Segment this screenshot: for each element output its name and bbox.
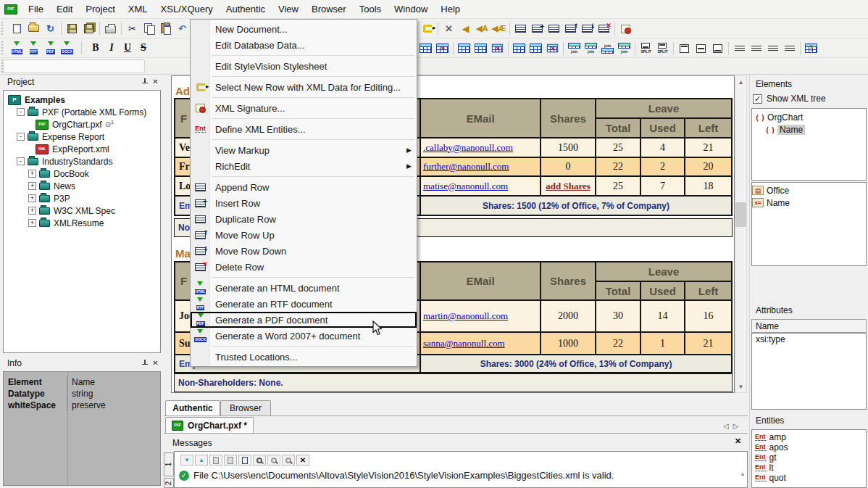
- close-icon[interactable]: ✕: [151, 77, 160, 86]
- insert-attribute-name[interactable]: Name: [752, 197, 866, 209]
- paste-icon[interactable]: [157, 21, 174, 36]
- copy-icon[interactable]: [141, 21, 157, 36]
- menu-item-move-row-down[interactable]: Move Row Down: [191, 243, 417, 259]
- underline-icon[interactable]: U: [120, 41, 135, 55]
- generate-html-icon[interactable]: HTML: [9, 41, 25, 56]
- show-markup-icon[interactable]: ◀Æ: [491, 21, 507, 36]
- menu-item-xml-signature[interactable]: XML Signature...: [191, 100, 417, 116]
- generate-pdf-icon[interactable]: PDF: [42, 41, 59, 56]
- menu-item-define-xml-entities[interactable]: EntDefine XML Entities...: [191, 121, 417, 137]
- cell-left[interactable]: 21: [685, 138, 732, 157]
- menu-browser[interactable]: Browser: [305, 1, 353, 17]
- document-tab-orgchart[interactable]: PXF OrgChart.pxf *: [165, 417, 254, 433]
- insert-column-icon[interactable]: [527, 41, 544, 56]
- align-top-icon[interactable]: [676, 41, 693, 56]
- project-tree-item-xmlresume[interactable]: + XMLResume: [4, 217, 160, 229]
- cell-email[interactable]: sanna@nanonull.com: [420, 332, 541, 355]
- move-row-down-icon[interactable]: [579, 21, 596, 36]
- messages-close-icon[interactable]: ✕: [735, 437, 741, 446]
- project-tree-item-w3c-xml-spec[interactable]: + W3C XML Spec: [4, 204, 160, 217]
- scroll-down-icon[interactable]: ▼: [735, 381, 746, 392]
- cell-total[interactable]: 22: [596, 157, 640, 176]
- cell-email[interactable]: further@nanonull.com: [420, 157, 541, 176]
- cell-total[interactable]: 25: [596, 138, 640, 157]
- cell-shares[interactable]: 0: [541, 157, 596, 176]
- messages-side-tab-2[interactable]: 2: [164, 478, 174, 488]
- scroll-up-icon[interactable]: ▲: [740, 471, 746, 477]
- menu-xsl-xquery[interactable]: XSL/XQuery: [154, 1, 220, 17]
- project-tree-item-examples[interactable]: P Examples: [4, 94, 160, 106]
- project-tree-item-orgchart[interactable]: PXF OrgChart.pxf ⊙: [4, 118, 160, 131]
- save-all-icon[interactable]: [80, 21, 97, 36]
- cell-left[interactable]: 18: [685, 176, 732, 196]
- copy-filtered-messages-icon[interactable]: [238, 455, 251, 466]
- cell-shares[interactable]: 1500: [541, 138, 596, 157]
- bold-icon[interactable]: B: [88, 41, 104, 55]
- join-left-icon[interactable]: join: [566, 41, 583, 56]
- project-tree-item-docbook[interactable]: + DocBook: [4, 168, 160, 180]
- collapse-icon[interactable]: -: [17, 133, 25, 141]
- find-icon[interactable]: [253, 455, 266, 466]
- cell-total[interactable]: 25: [596, 176, 640, 196]
- cell-email[interactable]: martin@nanonull.com: [420, 300, 541, 332]
- pin-icon[interactable]: [140, 77, 149, 86]
- insert-row-icon[interactable]: [529, 21, 546, 36]
- delete-column-icon[interactable]: [544, 41, 561, 56]
- split-vertically-icon[interactable]: SPLIT: [654, 41, 671, 56]
- find-next-icon[interactable]: [282, 455, 295, 466]
- new-document-icon[interactable]: [9, 21, 25, 36]
- undo-icon[interactable]: ↶: [174, 21, 191, 36]
- save-icon[interactable]: [64, 21, 80, 36]
- align-center-icon[interactable]: [748, 41, 764, 56]
- tab-browser[interactable]: Browser: [220, 400, 271, 415]
- project-tree-item-news[interactable]: + News: [4, 180, 160, 192]
- collapse-icon[interactable]: -: [17, 108, 25, 116]
- menu-item-view-markup[interactable]: View Markup▶: [191, 142, 417, 158]
- cell-used[interactable]: 14: [640, 300, 685, 332]
- menu-item-insert-row[interactable]: Insert Row: [191, 195, 417, 211]
- collapse-icon[interactable]: -: [17, 157, 25, 165]
- cell-left[interactable]: 20: [685, 157, 732, 176]
- expand-icon[interactable]: +: [28, 207, 36, 215]
- previous-element-icon[interactable]: ◀: [457, 21, 474, 36]
- clear-messages-icon[interactable]: [296, 455, 309, 466]
- menu-item-delete-row[interactable]: Delete Row: [191, 259, 417, 275]
- cell-used[interactable]: 2: [640, 157, 685, 176]
- join-right-icon[interactable]: join: [583, 41, 599, 56]
- menu-item-generate-pdf[interactable]: PDFGenerate a PDF document: [191, 312, 417, 328]
- cell-left[interactable]: 16: [685, 300, 732, 332]
- show-xml-tree-checkbox[interactable]: ✓: [753, 94, 762, 104]
- scroll-up-icon[interactable]: ▲: [735, 76, 746, 88]
- menu-item-generate-word[interactable]: DOCXGenerate a Word 2007+ document: [191, 328, 417, 344]
- menu-xml[interactable]: XML: [122, 1, 154, 17]
- find-previous-icon[interactable]: [267, 455, 280, 466]
- delete-row-icon[interactable]: [596, 21, 612, 36]
- append-column-icon[interactable]: [511, 41, 527, 56]
- table-properties-icon[interactable]: [803, 41, 819, 56]
- align-right-icon[interactable]: [764, 41, 781, 56]
- previous-message-icon[interactable]: [195, 455, 208, 466]
- append-row-icon[interactable]: [512, 21, 529, 36]
- delete-table-icon[interactable]: [434, 41, 451, 56]
- menu-tools[interactable]: Tools: [353, 1, 388, 17]
- menu-edit[interactable]: Edit: [50, 1, 79, 17]
- cell-left[interactable]: 21: [685, 332, 732, 355]
- entity-item[interactable]: Ent amp: [752, 432, 866, 442]
- cell-used[interactable]: 7: [640, 176, 685, 196]
- entity-item[interactable]: Ent gt: [752, 452, 866, 463]
- menu-item-move-row-up[interactable]: Move Row Up: [191, 227, 417, 243]
- menu-item-generate-html[interactable]: HTMLGenerate an HTML document: [191, 280, 417, 296]
- project-tree-item-industrystandards[interactable]: - IndustryStandards: [4, 155, 160, 168]
- document-scrollbar[interactable]: ▲ ▼: [735, 75, 747, 393]
- italic-icon[interactable]: I: [104, 41, 120, 55]
- messages-side-tab-1[interactable]: 1: [164, 452, 174, 476]
- cell-email[interactable]: matise@nanonull.com: [420, 176, 541, 196]
- menu-project[interactable]: Project: [79, 1, 121, 17]
- split-horizontally-icon[interactable]: SPLIT: [638, 41, 654, 56]
- copy-message-icon[interactable]: [209, 455, 222, 466]
- scrollbar-thumb[interactable]: [735, 202, 746, 227]
- join-below-icon[interactable]: join: [599, 41, 616, 56]
- cell-shares[interactable]: 1000: [541, 332, 596, 355]
- add-shares-link[interactable]: add Shares: [541, 176, 596, 196]
- expand-icon[interactable]: +: [28, 170, 36, 178]
